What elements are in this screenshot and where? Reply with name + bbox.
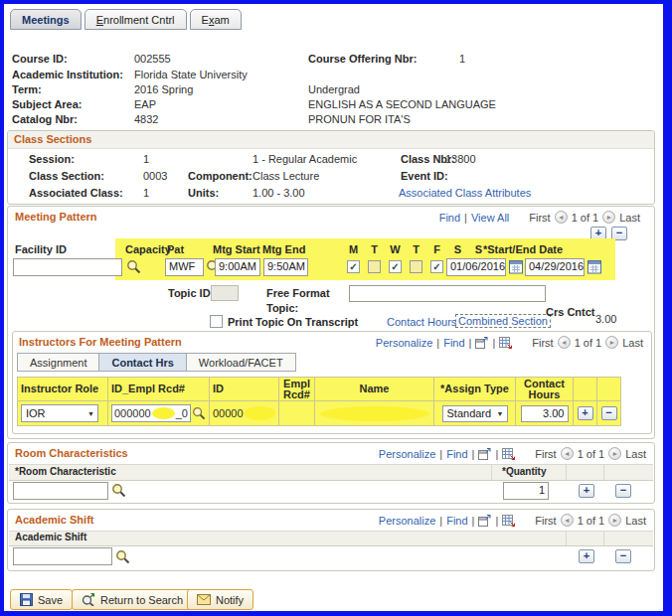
add-room-characteristic-button[interactable]: + <box>579 484 594 498</box>
day-label-fri: F <box>430 243 443 255</box>
add-instructor-button[interactable]: + <box>578 406 593 420</box>
add-cell: + <box>574 401 597 426</box>
academic-shift-column-label: Academic Shift <box>15 532 86 542</box>
id-cell: 00000 <box>210 401 279 426</box>
combined-section-link[interactable]: Combined Section <box>455 314 551 328</box>
return-to-search-button[interactable]: Return to Search <box>72 589 193 610</box>
day-checkbox-fri[interactable]: ✓ <box>430 260 443 273</box>
pagination-count: 1 of 1 <box>575 337 602 349</box>
delete-room-characteristic-button[interactable]: − <box>615 484 631 498</box>
personalize-link[interactable]: Personalize <box>379 515 435 527</box>
col-empl-line2: Rcd# <box>283 389 310 400</box>
pagination-next-icon[interactable]: ▸ <box>605 336 618 349</box>
academic-shift-input[interactable] <box>13 547 112 565</box>
col-add <box>574 377 597 401</box>
tab-enrollment-cntrl[interactable]: Enrollment Cntrl <box>84 9 187 30</box>
save-button[interactable]: Save <box>10 589 73 610</box>
id-empl-input[interactable]: 000000_0 <box>111 404 191 422</box>
tab-workload-facet[interactable]: Workload/FACET <box>187 353 296 372</box>
facility-id-input[interactable] <box>13 258 122 276</box>
end-date-input[interactable]: 04/29/2016 <box>525 258 585 276</box>
pagination-next-icon[interactable]: ▸ <box>608 514 621 527</box>
col-contact-hours: ContactHours <box>516 377 574 401</box>
personalize-link[interactable]: Personalize <box>379 448 435 460</box>
print-topic-checkbox[interactable] <box>210 315 223 328</box>
session-label: Session: <box>29 153 75 165</box>
pagination-next-icon[interactable]: ▸ <box>602 211 615 224</box>
catalog-description: PRONUN FOR ITA'S <box>308 113 411 125</box>
notify-button[interactable]: Notify <box>187 589 253 610</box>
separator: | <box>472 448 475 460</box>
pagination-next-icon[interactable]: ▸ <box>608 447 621 460</box>
download-grid-icon[interactable] <box>502 515 515 527</box>
mtg-start-input[interactable]: 9:00AM <box>215 258 260 276</box>
day-checkbox-thu[interactable] <box>410 260 422 273</box>
instructor-row: IOR▼ 000000_0 00000 Standard▼ 3.00 + − <box>17 401 621 426</box>
tab-exam[interactable]: Exam <box>190 9 242 30</box>
units-label: Units: <box>188 187 219 199</box>
delete-instructor-button[interactable]: − <box>601 406 617 420</box>
find-link[interactable]: Find <box>446 515 467 527</box>
room-characteristic-column-label: *Room Characteristic <box>15 466 116 477</box>
add-academic-shift-button[interactable]: + <box>579 549 594 563</box>
class-section-label: Class Section: <box>29 170 104 182</box>
facility-lookup-icon[interactable] <box>126 259 141 274</box>
free-format-topic-input[interactable] <box>349 285 546 302</box>
contact-hours-link[interactable]: Contact Hours <box>387 316 456 328</box>
catalog-nbr-label: Catalog Nbr: <box>12 113 78 125</box>
tab-meetings[interactable]: Meetings <box>10 9 82 30</box>
id-empl-lookup-icon[interactable] <box>192 406 206 420</box>
catalog-nbr-value: 4832 <box>134 113 158 125</box>
personalize-link[interactable]: Personalize <box>376 337 432 349</box>
end-date-calendar-icon[interactable] <box>588 259 601 274</box>
mtg-end-input[interactable]: 9:50AM <box>263 258 308 276</box>
subject-description: ENGLISH AS A SECOND LANGUAGE <box>308 98 496 110</box>
day-checkbox-wed[interactable]: ✓ <box>389 260 402 273</box>
find-link[interactable]: Find <box>443 337 464 349</box>
class-sections-section: Class Sections Session: 1 1 - Regular Ac… <box>7 130 655 205</box>
find-link[interactable]: Find <box>439 212 460 224</box>
subject-area-value: EAP <box>134 98 156 110</box>
tab-assignment[interactable]: Assignment <box>17 353 99 372</box>
contact-hours-input[interactable]: 3.00 <box>521 405 569 422</box>
pagination-first: First <box>535 515 556 527</box>
column-divider <box>603 465 604 480</box>
day-checkbox-tue[interactable] <box>368 260 381 273</box>
day-checkbox-mon[interactable]: ✓ <box>347 260 360 273</box>
pagination-last: Last <box>625 515 646 527</box>
new-window-icon[interactable] <box>478 448 491 460</box>
course-id-value: 002555 <box>134 53 171 65</box>
download-grid-icon[interactable] <box>502 448 515 460</box>
free-format-topic-label-line2: Topic: <box>266 302 298 314</box>
pagination-prev-icon[interactable]: ◂ <box>558 336 571 349</box>
view-all-link[interactable]: View All <box>471 212 509 224</box>
class-section-value: 0003 <box>143 170 167 182</box>
room-characteristic-lookup-icon[interactable] <box>111 483 126 498</box>
pat-input[interactable]: MWF <box>165 258 204 276</box>
start-date-input[interactable]: 01/06/2016 <box>446 258 506 276</box>
quantity-input[interactable]: 1 <box>503 482 549 500</box>
associated-class-attributes-link[interactable]: Associated Class Attributes <box>399 187 531 199</box>
column-divider <box>491 465 492 480</box>
instructor-role-select[interactable]: IOR▼ <box>21 404 98 422</box>
find-link[interactable]: Find <box>446 448 467 460</box>
pagination-prev-icon[interactable]: ◂ <box>561 447 574 460</box>
start-date-calendar-icon[interactable] <box>509 259 523 274</box>
pagination-prev-icon[interactable]: ◂ <box>561 514 574 527</box>
pagination-prev-icon[interactable]: ◂ <box>555 211 568 224</box>
notify-icon <box>197 594 211 605</box>
separator: | <box>439 515 442 527</box>
new-window-icon[interactable] <box>475 337 488 349</box>
new-window-icon[interactable] <box>478 515 491 527</box>
room-characteristic-input[interactable] <box>13 482 108 500</box>
academic-shift-lookup-icon[interactable] <box>115 549 130 564</box>
delete-academic-shift-button[interactable]: − <box>615 549 631 563</box>
room-characteristics-title: Room Characteristics <box>15 447 128 459</box>
assign-type-select[interactable]: Standard▼ <box>442 405 508 422</box>
col-id: ID <box>210 377 279 401</box>
download-grid-icon[interactable] <box>499 337 512 349</box>
associated-class-value: 1 <box>143 187 149 199</box>
tab-contact-hrs[interactable]: Contact Hrs <box>99 353 186 372</box>
return-to-search-label: Return to Search <box>100 594 183 606</box>
separator: | <box>439 448 442 460</box>
